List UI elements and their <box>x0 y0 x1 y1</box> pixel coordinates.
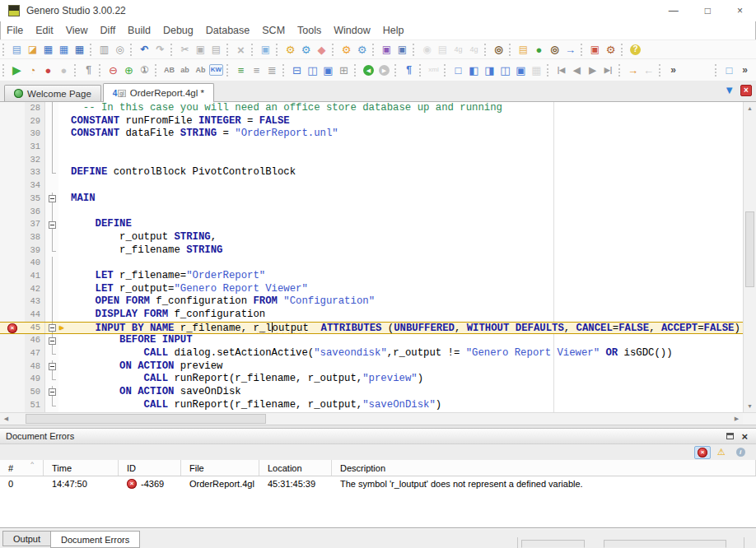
code-line-32[interactable]: 32 <box>0 154 743 167</box>
delete-icon[interactable]: × <box>234 43 248 57</box>
fold-collapse-icon[interactable] <box>49 337 56 345</box>
window-normal-icon[interactable]: □ <box>451 63 465 77</box>
nav-next-icon[interactable]: ▶ <box>586 63 600 77</box>
code-line-39[interactable]: 39 r_filename STRING <box>0 244 743 258</box>
code-text[interactable]: CALL runReport(r_filename, r_output,"pre… <box>69 373 743 386</box>
import-project-icon[interactable]: ▣ <box>395 43 409 57</box>
build-all-icon[interactable]: ⚙ <box>299 43 313 57</box>
tools-options-icon[interactable]: ⚙ <box>604 43 618 57</box>
filter-info-icon[interactable]: i <box>732 446 749 459</box>
find-in-files-icon[interactable]: ◎ <box>492 43 506 57</box>
build-icon[interactable]: ⚙ <box>283 43 297 57</box>
undo-icon[interactable]: ↶ <box>138 43 152 57</box>
nav-first-icon[interactable]: |◀ <box>554 63 568 77</box>
hscroll-thumb[interactable] <box>26 414 266 424</box>
code-line-40[interactable]: 40 <box>0 257 743 270</box>
nav-last-icon[interactable]: ▶| <box>601 63 615 77</box>
open-file-icon[interactable]: ◪ <box>26 43 40 57</box>
redo-icon[interactable]: ↷ <box>153 43 167 57</box>
code-text[interactable]: CONSTANT dataFile STRING = "OrderReport.… <box>69 128 743 141</box>
clean-icon[interactable]: ◆ <box>315 43 329 57</box>
generate-4gl-icon[interactable]: 4g <box>451 43 465 57</box>
debug-icon[interactable]: ● <box>41 63 55 77</box>
maximize-button[interactable]: □ <box>705 5 711 16</box>
fold-collapse-icon[interactable] <box>49 388 56 396</box>
layout-grid-icon[interactable]: ⊞ <box>337 63 351 77</box>
meta-schema-icon[interactable]: ▤ <box>516 43 530 57</box>
vscroll-track[interactable] <box>744 114 756 400</box>
menu-view[interactable]: View <box>66 25 88 36</box>
zoom-in-icon[interactable]: ⊕ <box>122 63 136 77</box>
side-panel-icon[interactable]: □ <box>722 63 736 77</box>
prev-change-icon[interactable]: ← <box>642 63 656 77</box>
hscroll-track[interactable] <box>12 413 730 425</box>
stop-icon[interactable]: ● <box>57 63 71 77</box>
next-change-icon[interactable]: → <box>626 63 640 77</box>
code-line-33[interactable]: 33DEFINE controlBlock PivotControlBlock <box>0 166 743 179</box>
column-header-location[interactable]: Location <box>259 460 332 476</box>
menu-file[interactable]: File <box>7 25 23 36</box>
code-line-45[interactable]: ×45▶ INPUT BY NAME r_filename, r_loutput… <box>0 322 743 335</box>
cut-icon[interactable]: ✂ <box>178 43 192 57</box>
tab-welcome[interactable]: Welcome Page <box>4 85 101 101</box>
print-icon[interactable]: ▥ <box>97 43 111 57</box>
close-button[interactable]: × <box>737 5 743 16</box>
code-line-30[interactable]: 30CONSTANT dataFile STRING = "OrderRepor… <box>0 128 743 141</box>
code-line-37[interactable]: 37 DEFINE <box>0 218 743 231</box>
overflow-icon[interactable]: » <box>666 63 680 77</box>
code-text[interactable]: BEFORE INPUT <box>69 334 743 347</box>
run-icon[interactable]: ▶ <box>10 63 24 77</box>
code-line-38[interactable]: 38 r_output STRING, <box>0 231 743 244</box>
menu-debug[interactable]: Debug <box>163 25 194 36</box>
uppercase-icon[interactable]: AB <box>162 63 176 77</box>
menu-window[interactable]: Window <box>334 25 370 36</box>
menu-database[interactable]: Database <box>206 25 250 36</box>
window-max-icon[interactable]: ▣ <box>514 63 528 77</box>
code-line-42[interactable]: 42 LET r_output="Genero Report Viewer" <box>0 283 743 296</box>
build-settings-icon[interactable]: ⚙ <box>355 43 369 57</box>
new-file-icon[interactable]: ▤ <box>10 43 24 57</box>
layout-single-icon[interactable]: ⊟ <box>290 63 304 77</box>
panel-close-button[interactable]: × <box>741 431 748 442</box>
fold-margin[interactable] <box>45 323 58 334</box>
menu-build[interactable]: Build <box>128 25 151 36</box>
generate-4gl-all-icon[interactable]: 4g <box>467 43 481 57</box>
menu-help[interactable]: Help <box>383 25 404 36</box>
form-preview-icon[interactable]: ▣ <box>259 43 273 57</box>
save-as-icon[interactable]: ▦ <box>57 43 71 57</box>
new-project-icon[interactable]: ▣ <box>380 43 394 57</box>
filter-warnings-icon[interactable]: ⚠ <box>713 446 730 459</box>
paste-icon[interactable]: ▤ <box>209 43 223 57</box>
window-off-icon[interactable]: ▦ <box>530 63 544 77</box>
fold-margin[interactable] <box>45 386 58 399</box>
fold-collapse-icon[interactable] <box>49 324 56 332</box>
scroll-right-button[interactable]: ▶ <box>730 413 743 425</box>
code-text[interactable] <box>69 257 743 270</box>
code-text[interactable]: LET r_filename="OrderReport" <box>69 270 743 283</box>
column-header-file[interactable]: File <box>181 460 259 476</box>
code-text[interactable]: ON ACTION preview <box>69 360 743 374</box>
code-line-29[interactable]: 29CONSTANT runFromFile INTEGER = FALSE <box>0 115 743 128</box>
save-all-icon[interactable]: ▦ <box>72 43 86 57</box>
copy-icon[interactable]: ▣ <box>194 43 208 57</box>
code-text[interactable]: DEFINE <box>69 218 743 231</box>
code-text[interactable]: r_filename STRING <box>69 244 743 258</box>
rebuild-icon[interactable]: ⚙ <box>339 43 353 57</box>
code-text[interactable] <box>69 154 743 167</box>
code-text[interactable]: DEFINE controlBlock PivotControlBlock <box>69 166 743 179</box>
code-line-36[interactable]: 36 <box>0 206 743 219</box>
overflow-2-icon[interactable]: » <box>738 63 752 77</box>
zoom-out-icon[interactable]: ⊖ <box>106 63 120 77</box>
fold-collapse-icon[interactable] <box>49 221 56 229</box>
tab-list-dropdown-icon[interactable]: ▼ <box>724 84 735 96</box>
vertical-scrollbar[interactable]: ▲ ▼ <box>743 102 756 412</box>
scroll-up-button[interactable]: ▲ <box>744 102 756 114</box>
fold-margin[interactable] <box>45 193 58 206</box>
show-whitespace-icon[interactable]: ¶ <box>82 63 96 77</box>
window-right-icon[interactable]: ◨ <box>483 63 497 77</box>
bottom-tab-output[interactable]: Output <box>2 531 51 546</box>
filter-errors-icon[interactable]: × <box>694 446 711 459</box>
code-text[interactable] <box>69 179 743 193</box>
code-text[interactable]: ON ACTION saveOnDisk <box>69 386 743 399</box>
code-line-43[interactable]: 43 OPEN FORM f_configuration FROM "Confi… <box>0 295 743 309</box>
